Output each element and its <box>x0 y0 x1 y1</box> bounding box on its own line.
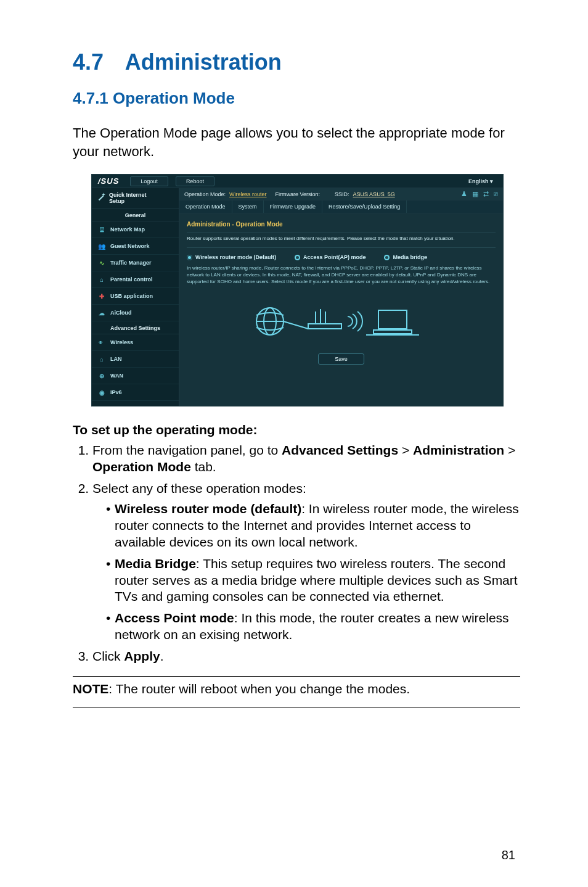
sidebar-item-aicloud[interactable]: ☁AiCloud <box>92 305 179 321</box>
ipv6-icon: ◉ <box>98 389 105 396</box>
opmode-value[interactable]: Wireless router <box>229 191 267 197</box>
radio-access-point[interactable]: Access Point(AP) mode <box>295 254 366 260</box>
lan-icon: ⌂ <box>98 355 105 363</box>
step-1: From the navigation panel, go to Advance… <box>92 442 520 476</box>
ssid-value[interactable]: ASUS ASUS_5G <box>353 191 395 197</box>
usb-application-icon: ✚ <box>98 292 105 300</box>
traffic-manager-icon: ∿ <box>98 259 105 266</box>
top-bar: /SUS Logout Reboot English ▾ <box>92 175 503 188</box>
router-screenshot: /SUS Logout Reboot English ▾ Quick Inter… <box>91 174 504 406</box>
tab-operation-mode[interactable]: Operation Mode <box>179 200 232 213</box>
user-icon: ♟ <box>461 190 467 198</box>
sidebar-item-wan[interactable]: ⊕WAN <box>92 368 179 384</box>
step-2: Select any of these operation modes: Wir… <box>92 481 520 643</box>
sidebar-group-advanced: Advanced Settings <box>92 321 179 334</box>
sidebar: Quick InternetSetup General ♖Network Map… <box>92 188 179 406</box>
panel-subtitle: Router supports several operation modes … <box>187 233 496 248</box>
usb-icon: ⎚ <box>494 190 498 198</box>
sidebar-group-general: General <box>92 208 179 221</box>
save-button[interactable]: Save <box>318 353 364 365</box>
setup-steps: From the navigation panel, go to Advance… <box>73 442 520 665</box>
radio-dot-icon <box>295 255 300 260</box>
note: NOTE: The router will reboot when you ch… <box>73 682 520 696</box>
svg-rect-7 <box>378 310 407 329</box>
guest-network-icon: 👥 <box>98 242 105 250</box>
setup-heading: To set up the operating mode: <box>73 423 520 437</box>
sidebar-item-wireless[interactable]: ᯤWireless <box>92 334 179 351</box>
firmware-label: Firmware Version: <box>276 191 321 197</box>
main-panel: Operation Mode: Wireless router Firmware… <box>179 188 503 406</box>
sidebar-item-network-map[interactable]: ♖Network Map <box>92 221 179 238</box>
mode-media-bridge: Media Bridge: This setup requires two wi… <box>106 556 520 606</box>
status-icons: ♟ ▦ ⇄ ⎚ <box>461 190 498 198</box>
tab-firmware-upgrade[interactable]: Firmware Upgrade <box>264 200 323 213</box>
section-title: 4.7 Administration <box>73 49 520 75</box>
mode-access-point: Access Point mode: In this mode, the rou… <box>106 610 520 643</box>
wireless-icon: ᯤ <box>98 339 105 346</box>
network-map-icon: ♖ <box>98 226 105 233</box>
lock-icon: ▦ <box>472 190 478 198</box>
svg-rect-8 <box>374 330 412 334</box>
radio-dot-icon <box>187 255 192 260</box>
sidebar-item-guest-network[interactable]: 👥Guest Network <box>92 238 179 255</box>
tabs: Operation Mode System Firmware Upgrade R… <box>179 200 503 213</box>
sidebar-item-traffic-manager[interactable]: ∿Traffic Manager <box>92 255 179 271</box>
ssid-label: SSID: <box>335 191 349 197</box>
sidebar-item-ipv6[interactable]: ◉IPv6 <box>92 384 179 401</box>
radio-wireless-router[interactable]: Wireless router mode (Default) <box>187 254 276 260</box>
sidebar-item-lan[interactable]: ⌂LAN <box>92 351 179 368</box>
parental-control-icon: ⌂ <box>98 276 105 283</box>
quick-internet-setup[interactable]: Quick InternetSetup <box>92 188 179 208</box>
mode-radios: Wireless router mode (Default) Access Po… <box>187 248 496 264</box>
radio-media-bridge[interactable]: Media bridge <box>384 254 427 260</box>
intro-text: The Operation Mode page allows you to se… <box>73 124 520 160</box>
info-bar: Operation Mode: Wireless router Firmware… <box>179 188 503 200</box>
signal-icon: ⇄ <box>483 190 489 198</box>
mode-wireless-router: Wireless router mode (default): In wirel… <box>106 501 520 551</box>
language-selector[interactable]: English ▾ <box>468 178 503 184</box>
tab-system[interactable]: System <box>232 200 264 213</box>
content-panel: Administration - Operation Mode Router s… <box>179 213 503 374</box>
radio-dot-icon <box>384 255 390 260</box>
network-diagram <box>187 288 496 352</box>
wand-icon <box>97 194 105 202</box>
aicloud-icon: ☁ <box>98 309 105 316</box>
page-number: 81 <box>502 848 515 862</box>
panel-title: Administration - Operation Mode <box>187 221 496 228</box>
opmode-label: Operation Mode: <box>184 191 226 197</box>
mode-description: In wireless router/IP sharing mode, Rout… <box>187 265 496 285</box>
svg-line-3 <box>284 321 308 329</box>
sidebar-item-usb-application[interactable]: ✚USB application <box>92 288 179 305</box>
step-3: Click Apply. <box>92 648 520 665</box>
reboot-button[interactable]: Reboot <box>176 176 214 186</box>
logout-button[interactable]: Logout <box>130 176 168 186</box>
sidebar-item-parental-control[interactable]: ⌂Parental control <box>92 271 179 288</box>
subsection-title: 4.7.1 Operation Mode <box>73 89 520 108</box>
wan-icon: ⊕ <box>98 372 105 379</box>
divider <box>73 676 520 677</box>
tab-restore-save-upload[interactable]: Restore/Save/Upload Setting <box>322 200 407 213</box>
brand-logo: /SUS <box>92 176 130 186</box>
divider <box>73 708 520 708</box>
